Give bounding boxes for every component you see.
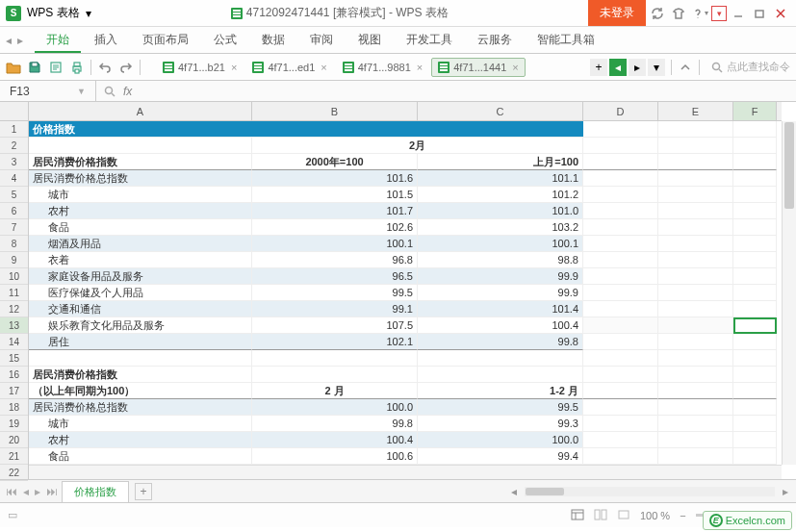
- cell[interactable]: [583, 268, 658, 285]
- doc-tab-3[interactable]: 4f71...1441×: [431, 58, 526, 77]
- row-header-6[interactable]: 6: [0, 203, 28, 219]
- command-search[interactable]: 点此查找命令: [711, 60, 790, 74]
- menu-back-icon[interactable]: ◂: [6, 34, 12, 47]
- cell[interactable]: 100.0: [418, 432, 583, 448]
- sheet-nav-next-icon[interactable]: ▸: [33, 485, 42, 498]
- undo-icon[interactable]: [97, 60, 113, 75]
- cell[interactable]: 食品: [29, 219, 252, 236]
- cell[interactable]: [658, 301, 733, 317]
- cell[interactable]: 城市: [29, 416, 252, 432]
- cell[interactable]: [733, 432, 777, 448]
- cell[interactable]: 农村: [29, 432, 252, 448]
- row-header-10[interactable]: 10: [0, 268, 28, 285]
- row-header-4[interactable]: 4: [0, 170, 28, 187]
- cell[interactable]: [733, 301, 777, 317]
- cell[interactable]: [583, 236, 658, 252]
- row-header-7[interactable]: 7: [0, 219, 28, 236]
- row-header-9[interactable]: 9: [0, 252, 28, 268]
- col-header-D[interactable]: D: [583, 102, 658, 120]
- scrollbar-thumb[interactable]: [526, 488, 564, 495]
- cell[interactable]: [658, 154, 733, 170]
- row-header-1[interactable]: 1: [0, 121, 28, 138]
- cell[interactable]: 居民消费价格总指数: [29, 399, 252, 416]
- menu-item-0[interactable]: 开始: [35, 27, 81, 53]
- cell[interactable]: [658, 383, 733, 399]
- row-header-20[interactable]: 20: [0, 432, 28, 448]
- name-box[interactable]: F13 ▼: [0, 81, 96, 101]
- sheet-nav-last-icon[interactable]: ⏭: [44, 485, 60, 498]
- row-header-18[interactable]: 18: [0, 399, 28, 416]
- menu-item-5[interactable]: 审阅: [298, 27, 345, 53]
- cell[interactable]: 食品: [29, 448, 252, 465]
- print-preview-icon[interactable]: [48, 60, 64, 75]
- row-header-8[interactable]: 8: [0, 236, 28, 252]
- cell[interactable]: 101.5: [252, 187, 418, 203]
- help-icon[interactable]: ▾: [690, 4, 709, 23]
- cell[interactable]: [252, 367, 418, 383]
- row-header-19[interactable]: 19: [0, 416, 28, 432]
- cell[interactable]: 99.4: [418, 448, 583, 465]
- cell[interactable]: 100.4: [252, 432, 418, 448]
- menu-item-2[interactable]: 页面布局: [131, 27, 200, 53]
- cell[interactable]: [658, 334, 733, 350]
- cell[interactable]: 100.1: [252, 236, 418, 252]
- cell[interactable]: 102.6: [252, 219, 418, 236]
- cell[interactable]: 2000年=100: [252, 154, 418, 170]
- menu-item-9[interactable]: 智能工具箱: [526, 27, 606, 53]
- cell[interactable]: [418, 121, 583, 138]
- cell[interactable]: [658, 187, 733, 203]
- row-header-16[interactable]: 16: [0, 367, 28, 383]
- cell[interactable]: [733, 236, 777, 252]
- cell[interactable]: 98.8: [418, 252, 583, 268]
- cell[interactable]: [733, 399, 777, 416]
- row-header-5[interactable]: 5: [0, 187, 28, 203]
- cell[interactable]: 上月=100: [418, 154, 583, 170]
- cell[interactable]: [733, 187, 777, 203]
- feedback-icon[interactable]: ▾: [711, 6, 727, 21]
- cell[interactable]: [658, 367, 733, 383]
- cell[interactable]: [583, 301, 658, 317]
- cell[interactable]: 100.4: [418, 317, 583, 334]
- cell[interactable]: [583, 170, 658, 187]
- cell[interactable]: [583, 203, 658, 219]
- sheet-tab-active[interactable]: 价格指数: [62, 481, 129, 502]
- cell[interactable]: [733, 154, 777, 170]
- cell[interactable]: [658, 416, 733, 432]
- cell[interactable]: [583, 219, 658, 236]
- new-tab-button[interactable]: +: [590, 59, 607, 76]
- sheet-nav-first-icon[interactable]: ⏮: [4, 485, 19, 498]
- cell[interactable]: [733, 203, 777, 219]
- cell[interactable]: [252, 121, 418, 138]
- cell[interactable]: [733, 350, 777, 367]
- cell[interactable]: 96.8: [252, 252, 418, 268]
- cell[interactable]: [583, 367, 658, 383]
- cell[interactable]: 衣着: [29, 252, 252, 268]
- row-header-22[interactable]: 22: [0, 465, 28, 481]
- cell[interactable]: 100.0: [252, 399, 418, 416]
- cell[interactable]: 价格指数: [29, 121, 252, 138]
- cell[interactable]: [733, 170, 777, 187]
- cell[interactable]: [658, 268, 733, 285]
- maximize-button[interactable]: [750, 4, 769, 23]
- collapse-ribbon-icon[interactable]: [678, 60, 693, 75]
- cell[interactable]: 99.9: [418, 285, 583, 301]
- horizontal-scrollbar[interactable]: [525, 487, 775, 496]
- zoom-out-button[interactable]: −: [680, 510, 685, 521]
- menu-fwd-icon[interactable]: ▸: [17, 34, 23, 47]
- cell[interactable]: 交通和通信: [29, 301, 252, 317]
- row-header-21[interactable]: 21: [0, 448, 28, 465]
- cell[interactable]: [583, 285, 658, 301]
- cell[interactable]: [733, 334, 777, 350]
- cell[interactable]: [583, 187, 658, 203]
- select-all-corner[interactable]: [0, 102, 29, 121]
- cell[interactable]: [658, 170, 733, 187]
- cell[interactable]: [733, 285, 777, 301]
- view-reading-icon[interactable]: [617, 509, 630, 522]
- cell[interactable]: [733, 252, 777, 268]
- menu-item-8[interactable]: 云服务: [466, 27, 524, 53]
- col-header-B[interactable]: B: [252, 102, 418, 120]
- view-normal-icon[interactable]: [571, 509, 584, 522]
- cell[interactable]: 99.8: [252, 416, 418, 432]
- sync-icon[interactable]: [648, 4, 667, 23]
- cell[interactable]: [583, 399, 658, 416]
